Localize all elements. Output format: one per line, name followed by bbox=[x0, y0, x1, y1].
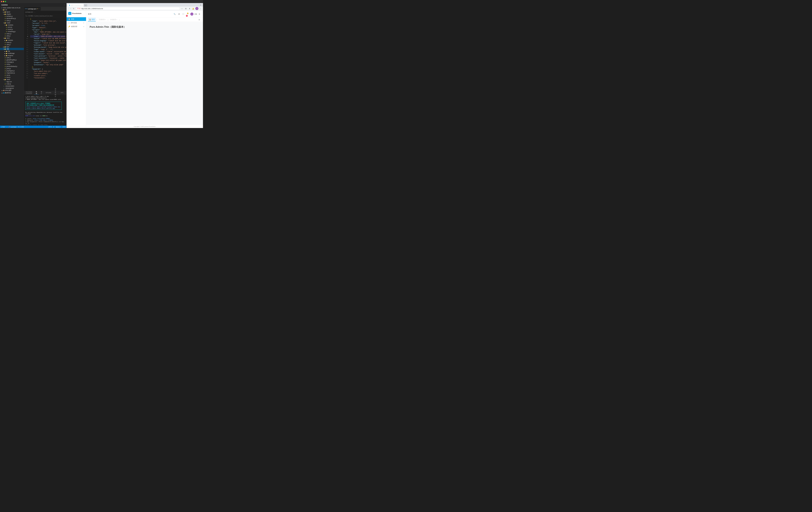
welcome-link1[interactable]: https://pure-admin.github.io/pure-admin-… bbox=[27, 106, 60, 108]
code-content[interactable]: { "name": "pure-admin-thin-js", "version… bbox=[29, 17, 66, 91]
tree-item-views[interactable]: ▼ 📁 views bbox=[0, 79, 24, 81]
reload-button[interactable]: ↻ bbox=[72, 7, 75, 10]
tree-item-error-js[interactable]: JS error.js bbox=[0, 26, 24, 28]
tree-item-router[interactable]: ▼ 📁 router bbox=[0, 22, 24, 24]
nav-section-permission[interactable]: 🔑 权限管理 ▼ bbox=[66, 25, 86, 28]
tree-item-store-modules[interactable]: ▶ 📁 modules bbox=[0, 39, 24, 41]
tree-item-mitt-js[interactable]: JS mitt.js bbox=[0, 63, 24, 65]
profile-bell-icon[interactable]: 🔔 bbox=[192, 7, 195, 10]
tree-item-auth-js[interactable]: JS auth.js bbox=[0, 57, 24, 59]
tree-item-store-index[interactable]: JS index.js bbox=[0, 41, 24, 43]
tab-gitlens[interactable]: GITLENS bbox=[44, 91, 53, 95]
line-ending-status[interactable]: LF bbox=[53, 126, 54, 127]
tree-item-store[interactable]: ▼ 📁 store bbox=[0, 37, 24, 39]
editor-tab-active[interactable]: JSON package.json M × bbox=[24, 7, 41, 11]
page-tab-button-close[interactable]: × bbox=[116, 19, 117, 20]
page-tab-home[interactable]: 🏠 首页 bbox=[88, 18, 96, 22]
terminal-welcome-box: 您好！欢迎使用 pure-admin 开源项目 我们为您精心准备了下面两个贴心的… bbox=[25, 101, 65, 111]
expand-icon[interactable]: ⊞ bbox=[197, 18, 201, 22]
browser-tab-new[interactable]: + bbox=[84, 4, 87, 6]
download-icon[interactable]: ⬇ bbox=[188, 7, 191, 10]
tab-postman[interactable]: POSTMAN CONSOLE bbox=[24, 91, 34, 95]
encoding-status[interactable]: UTF-8 bbox=[48, 126, 52, 127]
browser-settings-icon[interactable]: ⋮ bbox=[199, 7, 202, 10]
browser-menu-icon[interactable]: ≡ bbox=[199, 4, 202, 6]
tree-item-npm-scripts[interactable]: ▶ 📦 NPM 脚本 bbox=[0, 89, 24, 92]
git-branch-status[interactable]: ⎇ i18n* bbox=[1, 126, 5, 127]
maximize-button[interactable] bbox=[5, 1, 6, 2]
project-root[interactable]: ▼ PURE-ADMIN-THIN-JS-PLAN bbox=[0, 7, 24, 9]
tree-item-style[interactable]: ▶ 📁 style bbox=[0, 46, 24, 48]
tree-item-preventdefault[interactable]: JS preventDefault.js bbox=[0, 65, 24, 68]
nav-item-home[interactable]: 🏠 首页 bbox=[66, 17, 86, 21]
network-url[interactable]: http://192.168.1.3:8848/ bbox=[34, 119, 54, 121]
tree-item-layout[interactable]: ▶ 📁 layout bbox=[0, 11, 24, 13]
minimize-button[interactable] bbox=[3, 1, 4, 2]
tree-item-router-index[interactable]: JS index.js bbox=[0, 33, 24, 35]
translate-icon[interactable]: 译 bbox=[177, 12, 181, 16]
page-tab-permission[interactable]: 页面权限 × bbox=[97, 18, 107, 22]
tree-item-router-modules[interactable]: ▼ 📁 modules bbox=[0, 24, 24, 26]
tab-terminal[interactable]: 终端 bbox=[34, 91, 39, 95]
tree-item-globalpolyfills[interactable]: JS globalPolyfills.js bbox=[0, 59, 24, 61]
tree-item-responsive-js[interactable]: JS responsive.js bbox=[0, 72, 24, 74]
settings-icon[interactable]: ⚙ bbox=[198, 12, 201, 16]
tree-item-echarts[interactable]: JS echarts.js bbox=[0, 15, 24, 18]
tab-port[interactable]: 端口 bbox=[39, 91, 44, 95]
tab-debug[interactable]: 调试控制台 bbox=[53, 91, 59, 95]
bookmark-icon[interactable]: ☆ bbox=[181, 7, 184, 10]
browser-tab-close[interactable]: × bbox=[82, 5, 83, 6]
tree-item-message-js[interactable]: JS message.js bbox=[0, 61, 24, 63]
explorer-menu[interactable]: ··· bbox=[64, 4, 65, 6]
tree-item-sso-js[interactable]: JS sso.js bbox=[0, 74, 24, 76]
page-tab-permission-close[interactable]: × bbox=[105, 19, 106, 20]
tree-label-main-js: main.js bbox=[6, 83, 11, 85]
terminal-content[interactable]: > pure-admin-thin-js@5.7.0 dev /Users/zh… bbox=[24, 95, 66, 126]
tree-item-utils[interactable]: ▼ 📁 utils bbox=[0, 48, 24, 50]
tree-item-http[interactable]: ▶ 📁 http bbox=[0, 50, 24, 52]
search-icon[interactable]: 🔍 bbox=[173, 12, 176, 16]
back-button[interactable]: ‹ bbox=[67, 7, 69, 10]
tree-item-router-utils[interactable]: JS utils.js bbox=[0, 35, 24, 37]
close-button[interactable] bbox=[1, 1, 2, 2]
tree-item-src[interactable]: ▼ 📁 src bbox=[0, 9, 24, 11]
forward-button[interactable]: › bbox=[70, 7, 71, 10]
tree-item-proptypes-js[interactable]: JS propTypes.js bbox=[0, 70, 24, 72]
git-branch-label: i18n* bbox=[3, 126, 5, 127]
tree-item-dockerignore[interactable]: ● .dockerignore bbox=[0, 87, 24, 89]
tab-gitl[interactable]: GITL... bbox=[59, 91, 66, 95]
tree-item-home-js[interactable]: JS home.js bbox=[0, 28, 24, 31]
code-editor[interactable]: 1 2 3 4 5 6 7 8 9 10 11 12 13 14 bbox=[24, 17, 66, 91]
nav-section-exception[interactable]: ⚠ 异常页面 ▼ bbox=[66, 21, 86, 25]
page-tab-button[interactable]: 按钮权限 × bbox=[109, 18, 118, 22]
tree-item-i18n[interactable]: JS i18n.js bbox=[0, 20, 24, 22]
local-url[interactable]: http://localhost:8848/ bbox=[33, 118, 50, 119]
tree-item-print-js[interactable]: JS print.js bbox=[0, 68, 24, 70]
bell-icon[interactable]: 🔔 bbox=[186, 11, 190, 15]
errors-status[interactable]: ✕ 0 ⚠ 0 ℹ 0 bbox=[18, 126, 24, 127]
grid-icon[interactable]: ⊞ bbox=[184, 7, 187, 10]
tree-item-app-vue[interactable]: V App.vue bbox=[0, 81, 24, 83]
spaces-status[interactable]: Spaces: 2 bbox=[56, 126, 61, 127]
tree-item-store-utils[interactable]: JS utils.js bbox=[0, 43, 24, 46]
user-menu[interactable]: 小 小铭 bbox=[191, 13, 197, 16]
tree-item-plugins[interactable]: ▼ 📁 plugins bbox=[0, 13, 24, 15]
tree-item-translate[interactable]: ▶ 🌐 翻译字段 bbox=[0, 92, 24, 94]
vscode-header: 资源管理器 ··· bbox=[0, 3, 66, 7]
tab-close-button[interactable]: × bbox=[39, 8, 39, 9]
sync-status[interactable]: ↕ bbox=[7, 126, 7, 127]
tree-item-browserslistrc[interactable]: ● .browserslistrc bbox=[0, 85, 24, 87]
tree-item-localforage[interactable]: ▶ 📁 localforage bbox=[0, 52, 24, 55]
language-status[interactable]: JSON bbox=[62, 126, 66, 127]
address-bar[interactable]: 不安全 http://192.168.1.3:8848/#/welcome bbox=[76, 7, 180, 10]
browser-tab-active[interactable]: 💧 首页 | PureAdmin × bbox=[67, 4, 84, 7]
browser-avatar[interactable]: 小 bbox=[196, 7, 199, 10]
tree-item-tree-js[interactable]: JS tree.js bbox=[0, 76, 24, 79]
tree-item-main-js[interactable]: JS main.js bbox=[0, 83, 24, 85]
tree-item-progress[interactable]: ▶ 📁 progress bbox=[0, 55, 24, 57]
welcome-link2[interactable]: https://pure-admin-utils.netlify.app bbox=[27, 108, 55, 109]
tree-item-elementplus[interactable]: JS elementPlus.js bbox=[0, 18, 24, 20]
fullscreen-icon[interactable]: ⛶ bbox=[182, 12, 185, 16]
tree-item-remaining-js[interactable]: JS remaining.js bbox=[0, 31, 24, 33]
launchpad-status[interactable]: 🚀 Launchpad bbox=[8, 126, 17, 127]
